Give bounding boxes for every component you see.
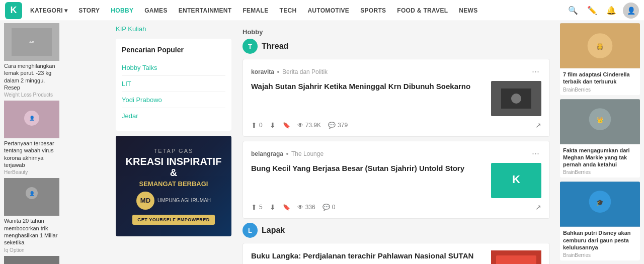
left-ad-3[interactable]: 👤 Wanita 20 tahun membocorkan trik mengh… [4,178,59,252]
thread-name: Thread [262,42,288,51]
right-ad-2[interactable]: 👑 Fakta mengagumkan dari Meghan Markle y… [560,99,640,178]
downvote-1[interactable]: ⬇ [270,121,276,129]
share-button-2[interactable]: ↗ [535,203,541,211]
post-comments-2[interactable]: 💬 0 [323,204,336,211]
post-thumb-1 [491,81,541,116]
banner-sub: UMPUNG AGI IRUMAH [157,198,211,203]
bookmark-1[interactable]: 🔖 [283,122,290,129]
search-item-1[interactable]: LIT [122,76,225,92]
edit-icon: ✏️ [587,6,597,15]
share-icon-1: ↗ [535,121,541,129]
share-button-1[interactable]: ↗ [535,121,541,129]
left-ad-1-thumb: Ad [4,23,59,61]
nav-item-food-travel[interactable]: FOOD & TRAVEL [392,4,453,17]
post-category-1: Berita dan Politik [282,68,328,75]
bookmark-icon-1: 🔖 [283,122,290,129]
svg-text:Ad: Ad [29,40,34,44]
upvote-icon-2: ⬆ [251,203,257,211]
banner-title2: SEMANGAT BERBAGI [139,180,208,188]
chevron-down-icon: ▾ [64,7,67,14]
left-ad-1-title: Cara menghilangkan lemak perut. -23 kg d… [4,62,59,91]
nav-item-entertainment[interactable]: ENTERTAINMENT [174,4,237,17]
bookmark-2[interactable]: 🔖 [283,204,290,211]
navbar: K KATEGORI ▾ STORY HOBBY GAMES ENTERTAIN… [0,0,644,21]
user-avatar[interactable]: 👤 [623,3,639,19]
svg-rect-8 [12,258,52,264]
right-ad-3-text: Bahkan putri Disney akan cemburu dari ga… [560,227,640,260]
bookmark-icon-2: 🔖 [283,204,290,211]
post-title-1[interactable]: Wajah Sutan Sjahrir Ketika Meninggal Krn… [251,81,485,92]
left-ad-4[interactable]: ⌚ [4,256,59,264]
hobby-breadcrumb: Hobby [243,25,550,39]
post-title-2[interactable]: Bung Kecil Yang Berjasa Besar (Sutan Sja… [251,163,485,173]
nav-item-hobby[interactable]: HOBBY [106,4,138,17]
banner-tetap: TETAP GAS [154,148,194,154]
right-ad-1-thumb: 👸 [560,23,640,68]
downvote-2[interactable]: ⬇ [270,203,276,211]
edit-button[interactable]: ✏️ [585,3,600,18]
nav-item-kategori[interactable]: KATEGORI ▾ [25,4,72,17]
share-icon-2: ↗ [535,203,541,211]
right-ad-3-thumb: 🎓 [560,182,640,227]
right-ad-3-source: BrainBerries [563,252,637,258]
nav-item-automotive[interactable]: AUTOMOTIVE [302,4,354,17]
nav-item-female[interactable]: FEMALE [237,4,273,17]
right-ad-2-text: Fakta mengagumkan dari Meghan Markle yan… [560,144,640,178]
post-meta-1: koravita Berita dan Politik ··· [251,66,541,77]
svg-rect-16 [496,255,536,264]
svg-text:K: K [512,173,520,186]
left-ad-3-source: Iq Option [4,247,59,253]
svg-text:👤: 👤 [29,115,35,121]
search-item-0[interactable]: Hobby Talks [122,60,225,76]
nav-item-news[interactable]: NEWS [454,4,482,17]
left-ad-3-title: Wanita 20 tahun membocorkan trik menghas… [4,217,59,246]
nav-item-tech[interactable]: TECH [275,4,302,17]
left-ad-2[interactable]: 👤 Pertanyaan terbesar tentang wabah viru… [4,101,59,175]
upvote-2[interactable]: ⬆ 5 [251,203,263,211]
lapak-title[interactable]: Buku Langka: Perdjalanan terachir Pahlaw… [251,250,485,264]
right-ad-2-title: Fakta mengagumkan dari Meghan Markle yan… [563,147,637,168]
search-item-2[interactable]: Yodi Prabowo [122,92,225,108]
post-source-2[interactable]: belangraga [251,150,283,157]
notification-button[interactable]: 🔔 [604,3,619,18]
left-ad-1[interactable]: Ad Cara menghilangkan lemak perut. -23 k… [4,23,59,98]
left-sidebar: Ad Cara menghilangkan lemak perut. -23 k… [0,21,111,264]
search-section-title: Pencarian Populer [122,46,225,54]
post-footer-2: ⬆ 5 ⬇ 🔖 👁 336 💬 0 ↗ [251,203,541,211]
site-logo[interactable]: K [5,2,22,19]
right-ad-1-title: 7 film adaptasi Cinderella terbaik dan t… [563,71,637,85]
search-button[interactable]: 🔍 [566,3,581,18]
upvote-1[interactable]: ⬆ 0 [251,121,263,129]
post-more-1[interactable]: ··· [530,66,541,77]
main-content: Hobby T Thread koravita Berita dan Polit… [236,21,556,264]
right-ad-3[interactable]: 🎓 Bahkan putri Disney akan cemburu dari … [560,182,640,260]
left-ads: Ad Cara menghilangkan lemak perut. -23 k… [0,21,111,264]
lapak-thumb: SUTAN SJAHRIR [491,250,541,264]
banner-cta[interactable]: GET YOURSELF EMPOWERED [132,215,214,225]
svg-text:👤: 👤 [29,191,35,197]
lapak-text: Buku Langka: Perdjalanan terachir Pahlaw… [251,250,485,264]
downvote-icon-1: ⬇ [270,121,276,129]
post-source-1[interactable]: koravita [251,68,274,75]
lapak-header: L Lapak [243,223,550,238]
views-icon-1: 👁 [297,122,303,129]
comments-icon-2: 💬 [323,204,330,211]
comments-icon-1: 💬 [328,122,336,129]
right-ad-1[interactable]: 👸 7 film adaptasi Cinderella terbaik dan… [560,23,640,95]
search-item-3[interactable]: Jedar [122,108,225,124]
meta-dot-1 [277,71,279,73]
nav-item-sports[interactable]: SPORTS [355,4,391,17]
svg-text:👸: 👸 [596,42,604,50]
avatar-icon: 👤 [627,7,635,15]
logo-text: K [11,5,17,16]
kip-link[interactable]: KIP Kuliah [116,25,231,33]
lapak-card: Buku Langka: Perdjalanan terachir Pahlaw… [243,243,550,264]
nav-item-story[interactable]: STORY [73,4,105,17]
right-ad-1-text: 7 film adaptasi Cinderella terbaik dan t… [560,68,640,95]
post-body-2: Bung Kecil Yang Berjasa Besar (Sutan Sja… [251,163,541,198]
nav-item-games[interactable]: GAMES [139,4,173,17]
post-comments-1[interactable]: 💬 379 [328,122,348,129]
mid-banner[interactable]: TETAP GAS KREASI INSPIRATIF & SEMANGAT B… [116,136,231,236]
post-more-2[interactable]: ··· [530,148,541,159]
lapak-name: Lapak [262,226,285,235]
